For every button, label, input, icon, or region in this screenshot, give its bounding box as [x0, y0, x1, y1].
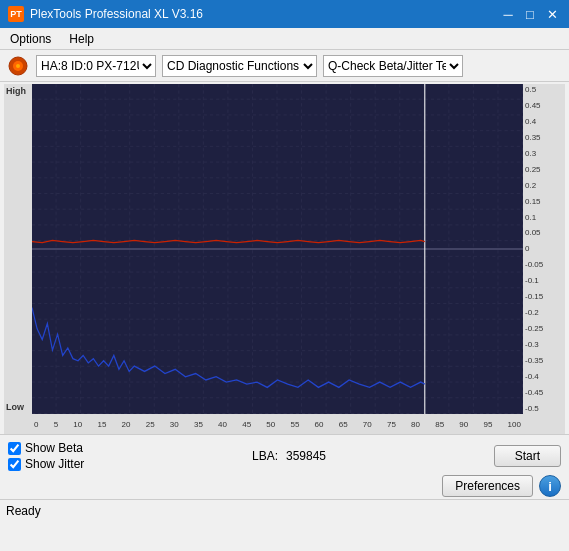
- test-select[interactable]: Q-Check Beta/Jitter Test: [323, 55, 463, 77]
- chart-container: High Low: [4, 84, 565, 434]
- y-right-19: -0.45: [525, 388, 563, 397]
- y-label-low: Low: [6, 402, 24, 412]
- app-icon: PT: [8, 6, 24, 22]
- svg-point-2: [16, 64, 20, 68]
- function-select[interactable]: CD Diagnostic Functions: [162, 55, 317, 77]
- menu-bar: Options Help: [0, 28, 569, 50]
- y-right-20: -0.5: [525, 404, 563, 413]
- y-right-6: 0.2: [525, 181, 563, 190]
- y-right-15: -0.25: [525, 324, 563, 333]
- y-right-1: 0.45: [525, 101, 563, 110]
- toolbar-icon: [6, 54, 30, 78]
- y-right-3: 0.35: [525, 133, 563, 142]
- maximize-button[interactable]: □: [521, 5, 539, 23]
- info-button[interactable]: i: [539, 475, 561, 497]
- toolbar: HA:8 ID:0 PX-712UF CD Diagnostic Functio…: [0, 50, 569, 82]
- y-right-17: -0.35: [525, 356, 563, 365]
- status-bar: Ready: [0, 499, 569, 521]
- title-bar: PT PlexTools Professional XL V3.16 ─ □ ✕: [0, 0, 569, 28]
- menu-help[interactable]: Help: [65, 30, 98, 48]
- device-select[interactable]: HA:8 ID:0 PX-712UF: [36, 55, 156, 77]
- y-right-16: -0.3: [525, 340, 563, 349]
- y-right-18: -0.4: [525, 372, 563, 381]
- lba-label: LBA:: [252, 449, 278, 463]
- minimize-button[interactable]: ─: [499, 5, 517, 23]
- y-right-4: 0.3: [525, 149, 563, 158]
- lba-value: 359845: [286, 449, 326, 463]
- show-beta-label: Show Beta: [25, 441, 83, 455]
- chart-plot: [32, 84, 523, 414]
- y-right-11: -0.05: [525, 260, 563, 269]
- y-label-high: High: [6, 86, 26, 96]
- chart-svg: [32, 84, 523, 414]
- x-axis: 0 5 10 15 20 25 30 35 40 45 50 55 60 65 …: [32, 414, 523, 434]
- y-right-13: -0.15: [525, 292, 563, 301]
- y-axis-right: 0.5 0.45 0.4 0.35 0.3 0.25 0.2 0.15 0.1 …: [523, 84, 565, 414]
- preferences-button[interactable]: Preferences: [442, 475, 533, 497]
- y-right-8: 0.1: [525, 213, 563, 222]
- y-right-5: 0.25: [525, 165, 563, 174]
- y-right-10: 0: [525, 244, 563, 253]
- y-right-14: -0.2: [525, 308, 563, 317]
- close-button[interactable]: ✕: [543, 5, 561, 23]
- y-right-12: -0.1: [525, 276, 563, 285]
- y-right-9: 0.05: [525, 228, 563, 237]
- y-right-2: 0.4: [525, 117, 563, 126]
- show-jitter-label: Show Jitter: [25, 457, 84, 471]
- y-right-0: 0.5: [525, 85, 563, 94]
- show-beta-checkbox[interactable]: Show Beta: [8, 441, 84, 455]
- y-right-7: 0.15: [525, 197, 563, 206]
- bottom-panel: Show Beta Show Jitter LBA: 359845 Start …: [0, 434, 569, 499]
- menu-options[interactable]: Options: [6, 30, 55, 48]
- window-title: PlexTools Professional XL V3.16: [30, 7, 203, 21]
- start-button[interactable]: Start: [494, 445, 561, 467]
- status-text: Ready: [6, 504, 41, 518]
- show-jitter-checkbox[interactable]: Show Jitter: [8, 457, 84, 471]
